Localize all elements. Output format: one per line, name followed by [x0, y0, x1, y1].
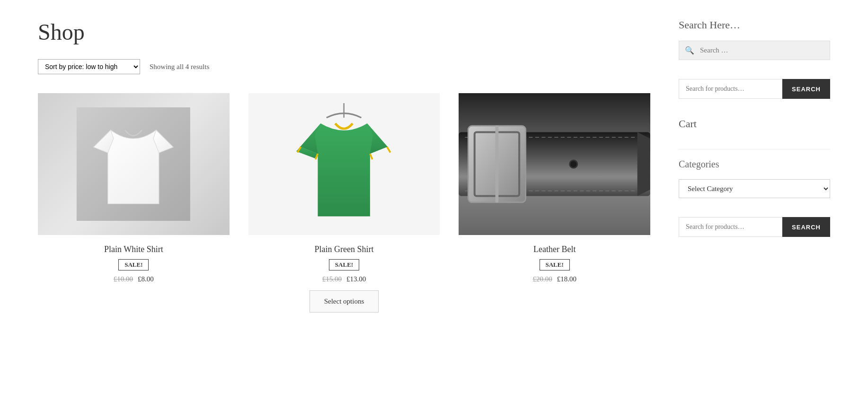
results-count: Showing all 4 results	[150, 63, 209, 71]
product-image-leather-belt[interactable]	[459, 93, 650, 235]
sort-select[interactable]: Sort by price: low to high Sort by price…	[38, 59, 140, 74]
price-original-leather-belt: £20.00	[532, 275, 552, 283]
search-here-section: Search Here… 🔍	[679, 19, 830, 60]
price-sale-white-shirt: £8.00	[138, 275, 154, 283]
product-card-green-shirt: Plain Green Shirt SALE! £15.00 £13.00 Se…	[248, 93, 440, 313]
select-options-button[interactable]: Select options	[310, 290, 379, 313]
search-icon: 🔍	[679, 41, 700, 60]
products-grid: Plain White Shirt SALE! £10.00 £8.00	[38, 93, 650, 313]
svg-point-13	[570, 160, 577, 168]
svg-line-5	[370, 154, 372, 159]
product-card: Plain White Shirt SALE! £10.00 £8.00	[38, 93, 230, 313]
search-here-label: Search Here…	[679, 19, 830, 31]
svg-marker-14	[638, 132, 650, 196]
cart-label: Cart	[679, 118, 830, 130]
page-title: Shop	[38, 19, 650, 45]
price-wrapper-leather-belt: £20.00 £18.00	[532, 275, 576, 283]
price-wrapper-white-shirt: £10.00 £8.00	[114, 275, 154, 283]
white-shirt-image	[38, 93, 230, 235]
sale-badge-green-shirt: SALE!	[329, 259, 359, 270]
product-name-leather-belt: Leather Belt	[533, 244, 576, 254]
toolbar: Sort by price: low to high Sort by price…	[38, 59, 650, 74]
search-input-wrapper[interactable]: 🔍	[679, 41, 830, 60]
product-name-green-shirt: Plain Green Shirt	[315, 244, 374, 254]
product-search-wrapper-2: SEARCH	[679, 217, 830, 237]
svg-line-6	[387, 147, 390, 152]
categories-select[interactable]: Select Category Shirts Accessories Belts	[679, 179, 830, 198]
divider	[679, 149, 830, 149]
price-original-green-shirt: £15.00	[322, 275, 342, 283]
main-content: Shop Sort by price: low to high Sort by …	[38, 19, 650, 313]
sale-badge-white-shirt: SALE!	[118, 259, 149, 270]
price-original-white-shirt: £10.00	[114, 275, 133, 283]
price-sale-green-shirt: £13.00	[346, 275, 366, 283]
product-card-leather-belt: Leather Belt SALE! £20.00 £18.00	[459, 93, 650, 313]
search-input[interactable]	[700, 42, 830, 59]
product-search-section-2: SEARCH	[679, 217, 830, 237]
product-search-wrapper: SEARCH	[679, 79, 830, 99]
price-sale-leather-belt: £18.00	[557, 275, 576, 283]
product-search-input-2[interactable]	[679, 217, 782, 237]
categories-heading: Categories	[679, 159, 830, 170]
product-search-section: SEARCH	[679, 79, 830, 99]
product-image-green-shirt[interactable]	[248, 93, 440, 235]
search-button[interactable]: SEARCH	[782, 79, 830, 99]
green-shirt-image	[248, 93, 440, 235]
sidebar: Search Here… 🔍 SEARCH Cart Categories Se…	[679, 19, 830, 313]
sale-badge-leather-belt: SALE!	[540, 259, 570, 270]
price-wrapper-green-shirt: £15.00 £13.00	[322, 275, 366, 283]
product-search-input[interactable]	[679, 79, 782, 99]
categories-section: Categories Select Category Shirts Access…	[679, 159, 830, 198]
search-button-2[interactable]: SEARCH	[782, 217, 830, 237]
page-wrapper: Shop Sort by price: low to high Sort by …	[0, 0, 868, 331]
product-image-white-shirt[interactable]	[38, 93, 230, 235]
cart-section: Cart	[679, 118, 830, 130]
belt-image	[459, 93, 650, 235]
product-name-white-shirt: Plain White Shirt	[104, 244, 163, 254]
